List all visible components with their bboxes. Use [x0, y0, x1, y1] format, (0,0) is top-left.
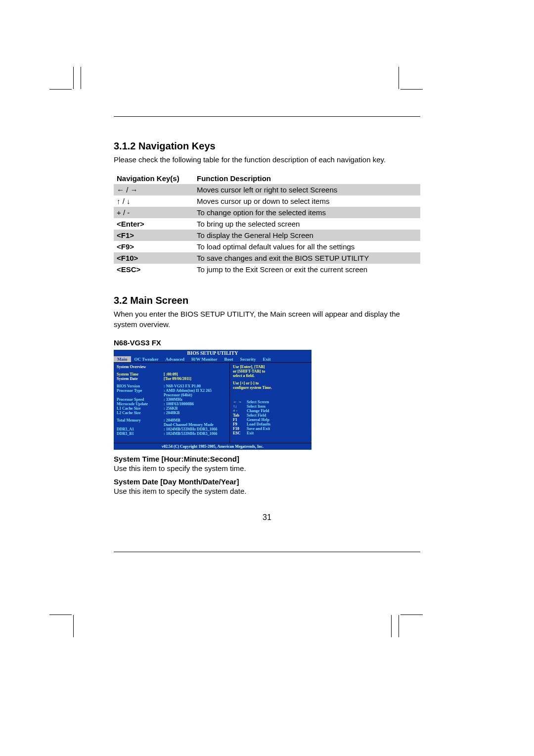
- table-header-key: Navigation Key(s): [114, 173, 194, 184]
- table-row: <F1>To display the General Help Screen: [114, 230, 420, 241]
- crop-mark: [49, 614, 72, 615]
- navigation-keys-table: Navigation Key(s) Function Description ←…: [114, 173, 420, 275]
- bios-left-pane: System Overview System Time[ :00:09] Sys…: [114, 363, 230, 443]
- table-row: ← / →Moves cursor left or right to selec…: [114, 184, 420, 195]
- bios-sysdate-label: System Date: [117, 377, 164, 381]
- item-text-sysdate: Use this item to specify the system date…: [114, 487, 420, 495]
- item-heading-sysdate: System Date [Day Month/Date/Year]: [114, 477, 420, 486]
- bios-screenshot: BIOS SETUP UTILITY Main OC Tweaker Advan…: [114, 350, 312, 450]
- bios-body: System Overview System Time[ :00:09] Sys…: [114, 362, 312, 443]
- document-page: 3.1.2 Navigation Keys Please check the f…: [0, 0, 534, 756]
- bios-sysdate-value: [Tue 09/06/2011]: [164, 377, 226, 381]
- bios-right-pane: Use [Enter], [TAB] or [SHIFT-TAB] to sel…: [230, 363, 312, 443]
- bios-tab-main: Main: [114, 356, 131, 362]
- table-row: <F10>To save changes and exit the BIOS S…: [114, 252, 420, 264]
- crop-mark: [400, 89, 423, 90]
- table-row: ↑ / ↓Moves cursor up or down to select i…: [114, 195, 420, 207]
- table-row: <Enter>To bring up the selected screen: [114, 218, 420, 230]
- table-row: <F9>To load optimal default values for a…: [114, 241, 420, 252]
- bios-tab-oc: OC Tweaker: [131, 356, 162, 362]
- bios-overview-label: System Overview: [117, 365, 226, 369]
- item-heading-systime: System Time [Hour:Minute:Second]: [114, 455, 420, 463]
- section-heading-nav-keys: 3.1.2 Navigation Keys: [114, 141, 420, 152]
- table-row: + / -To change option for the selected i…: [114, 207, 420, 218]
- bios-footer: v02.54 (C) Copyright 1985-2005, American…: [114, 443, 312, 450]
- bios-tab-boot: Boot: [221, 356, 237, 362]
- section-intro-nav-keys: Please check the following table for the…: [114, 155, 420, 165]
- table-row: <ESC>To jump to the Exit Screen or exit …: [114, 264, 420, 275]
- model-label: N68-VGS3 FX: [114, 338, 420, 347]
- crop-mark: [391, 615, 392, 637]
- bios-title-bar: BIOS SETUP UTILITY: [114, 350, 312, 356]
- crop-mark: [73, 67, 74, 89]
- bios-tab-security: Security: [237, 356, 260, 362]
- bottom-rule: [114, 552, 420, 552]
- table-header-desc: Function Description: [194, 173, 420, 184]
- item-text-systime: Use this item to specify the system time…: [114, 464, 420, 472]
- bios-systime-value: [ :00:09]: [164, 372, 226, 377]
- page-number: 31: [114, 513, 420, 522]
- crop-mark: [399, 615, 399, 637]
- bios-systime-label: System Time: [117, 372, 164, 377]
- crop-mark: [81, 67, 81, 89]
- section-heading-main-screen: 3.2 Main Screen: [114, 295, 420, 306]
- bios-tab-advanced: Advanced: [162, 356, 188, 362]
- bios-tab-hwmonitor: H/W Monitor: [188, 356, 221, 362]
- bios-menu-bar: Main OC Tweaker Advanced H/W Monitor Boo…: [114, 356, 312, 362]
- crop-mark: [73, 615, 74, 637]
- section-intro-main-screen: When you enter the BIOS SETUP UTILITY, t…: [114, 309, 420, 330]
- crop-mark: [400, 614, 423, 615]
- page-content: 3.1.2 Navigation Keys Please check the f…: [114, 116, 420, 552]
- bios-tab-exit: Exit: [260, 356, 274, 362]
- top-rule: [114, 116, 420, 117]
- crop-mark: [399, 67, 399, 89]
- crop-mark: [49, 89, 72, 90]
